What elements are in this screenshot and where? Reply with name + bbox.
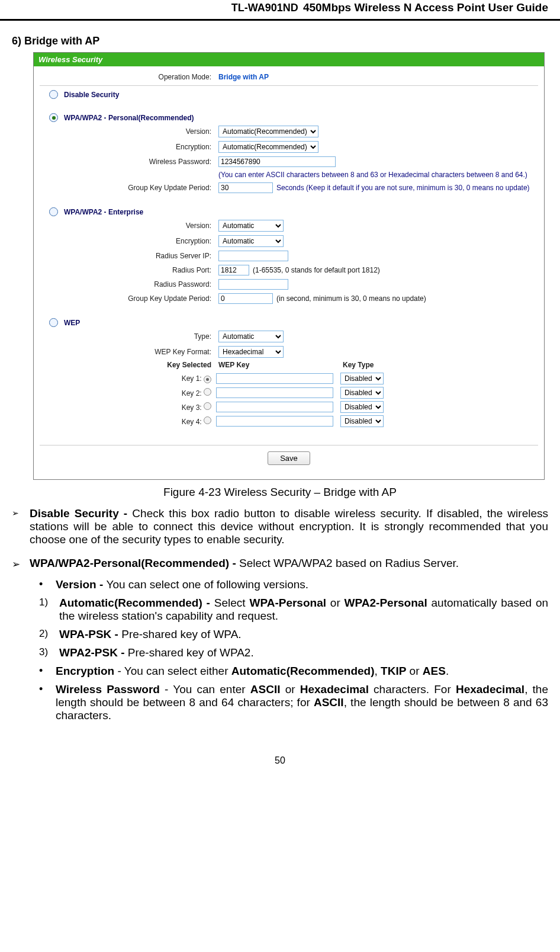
- wep-key1-label: Key 1:: [182, 374, 202, 383]
- radius-pw-label: Radius Password:: [34, 280, 218, 289]
- wep-key-row-2: Key 2: Disabled: [34, 386, 544, 400]
- wep-format-label: WEP Key Format:: [34, 348, 218, 356]
- wep-key2-type[interactable]: Disabled: [340, 387, 384, 399]
- list-number: 3): [39, 646, 59, 659]
- version-label: Version:: [34, 127, 218, 136]
- bullet-dot-icon: •: [39, 665, 56, 678]
- wep-key1-type[interactable]: Disabled: [340, 373, 384, 384]
- wpa-psk-paragraph: WPA-PSK - Pre-shared key of WPA.: [59, 628, 548, 641]
- ent-version-label: Version:: [34, 222, 218, 230]
- bullet-dot-icon: •: [39, 683, 56, 722]
- wireless-password-label: Wireless Password:: [34, 158, 218, 166]
- gkup-input[interactable]: [218, 182, 273, 193]
- radius-port-input[interactable]: [218, 265, 249, 275]
- doc-title: 450Mbps Wireless N Access Point User Gui…: [303, 1, 548, 14]
- encryption-select[interactable]: Automatic(Recommended): [218, 141, 318, 153]
- wep-key3-radio[interactable]: [204, 402, 211, 410]
- figure-caption: Figure 4-23 Wireless Security – Bridge w…: [12, 486, 548, 499]
- version-select[interactable]: Automatic(Recommended): [218, 126, 318, 137]
- wep-key2-radio[interactable]: [204, 388, 211, 396]
- encryption-label: Encryption:: [34, 143, 218, 151]
- wireless-password-hint: (You can enter ASCII characters between …: [218, 171, 527, 179]
- wep-key4-label: Key 4:: [182, 418, 202, 426]
- wireless-security-panel: Wireless Security Operation Mode: Bridge…: [33, 52, 545, 480]
- wep-key4-radio[interactable]: [204, 416, 211, 424]
- wep-key-row-1: Key 1: Disabled: [34, 371, 544, 386]
- operation-mode-label: Operation Mode:: [34, 73, 218, 81]
- wep-key3-label: Key 3:: [182, 403, 202, 412]
- radius-ip-input[interactable]: [218, 251, 288, 261]
- radio-icon: [49, 318, 58, 327]
- automatic-option-paragraph: Automatic(Recommended) - Select WPA-Pers…: [59, 597, 548, 623]
- ent-encryption-select[interactable]: Automatic: [218, 235, 284, 247]
- bullet-arrow-icon: ➢: [12, 557, 30, 570]
- wep-key2-input[interactable]: [216, 387, 333, 398]
- operation-mode-value: Bridge with AP: [218, 73, 269, 81]
- wpa-enterprise-label: WPA/WPA2 - Enterprise: [64, 208, 143, 216]
- radio-icon: [49, 113, 58, 122]
- wep-key3-type[interactable]: Disabled: [340, 401, 384, 413]
- list-number: 2): [39, 628, 59, 641]
- hdr-wep-key: WEP Key: [218, 361, 343, 369]
- radio-wpa-enterprise[interactable]: WPA/WPA2 - Enterprise: [34, 206, 544, 218]
- ent-gkup-hint: (in second, minimum is 30, 0 means no up…: [276, 294, 426, 303]
- radius-port-label: Radius Port:: [34, 266, 218, 274]
- wpa-personal-paragraph: WPA/WPA2-Personal(Recommended) - Select …: [30, 557, 548, 570]
- wep-key-row-3: Key 3: Disabled: [34, 400, 544, 414]
- save-button[interactable]: Save: [268, 451, 310, 465]
- bullet-dot-icon: •: [39, 578, 56, 591]
- wep-label: WEP: [64, 319, 80, 327]
- wep-key4-type[interactable]: Disabled: [340, 415, 384, 427]
- wireless-password-paragraph: Wireless Password - You can enter ASCII …: [56, 683, 548, 722]
- wpa2-psk-paragraph: WPA2-PSK - Pre-shared key of WPA2.: [59, 646, 548, 659]
- radio-wpa-personal[interactable]: WPA/WPA2 - Personal(Recommended): [34, 111, 544, 124]
- hdr-key-type: Key Type: [343, 361, 414, 369]
- gkup-hint: Seconds (Keep it default if you are not …: [276, 184, 530, 192]
- device-model: TL-WA901ND: [231, 2, 298, 14]
- wpa-personal-label: WPA/WPA2 - Personal(Recommended): [64, 114, 194, 122]
- ent-gkup-label: Group Key Update Period:: [34, 294, 218, 303]
- wep-key1-radio[interactable]: [204, 376, 211, 383]
- doc-header: TL-WA901ND 450Mbps Wireless N Access Poi…: [0, 0, 560, 21]
- ent-encryption-label: Encryption:: [34, 237, 218, 245]
- disable-security-paragraph: Disable Security - Check this box radio …: [30, 507, 548, 546]
- radio-disable-security[interactable]: Disable Security: [34, 88, 544, 101]
- wep-key3-input[interactable]: [216, 402, 333, 412]
- wep-type-select[interactable]: Automatic: [218, 331, 284, 342]
- section-heading: 6) Bridge with AP: [12, 35, 548, 47]
- panel-title: Wireless Security: [34, 53, 544, 66]
- wep-format-select[interactable]: Hexadecimal: [218, 346, 284, 358]
- wep-key1-input[interactable]: [216, 373, 333, 384]
- radio-icon: [49, 207, 58, 216]
- wep-key4-input[interactable]: [216, 416, 333, 427]
- wireless-password-input[interactable]: [218, 156, 336, 167]
- version-paragraph: Version - You can select one of followin…: [56, 578, 548, 591]
- wep-type-label: Type:: [34, 332, 218, 341]
- bullet-arrow-icon: ➢: [12, 507, 30, 546]
- list-number: 1): [39, 597, 59, 623]
- wep-key2-label: Key 2:: [182, 389, 202, 398]
- radius-port-hint: (1-65535, 0 stands for default port 1812…: [253, 266, 380, 274]
- wep-key-row-4: Key 4: Disabled: [34, 414, 544, 428]
- ent-version-select[interactable]: Automatic: [218, 220, 284, 232]
- gkup-label: Group Key Update Period:: [34, 184, 218, 192]
- radio-wep[interactable]: WEP: [34, 316, 544, 329]
- hdr-key-selected: Key Selected: [34, 361, 218, 369]
- encryption-paragraph: Encryption - You can select either Autom…: [56, 665, 548, 678]
- ent-gkup-input[interactable]: [218, 293, 273, 304]
- page-number: 50: [12, 726, 548, 766]
- radio-icon: [49, 90, 58, 99]
- radius-pw-input[interactable]: [218, 279, 288, 290]
- radius-ip-label: Radius Server IP:: [34, 252, 218, 260]
- disable-security-label: Disable Security: [64, 91, 119, 99]
